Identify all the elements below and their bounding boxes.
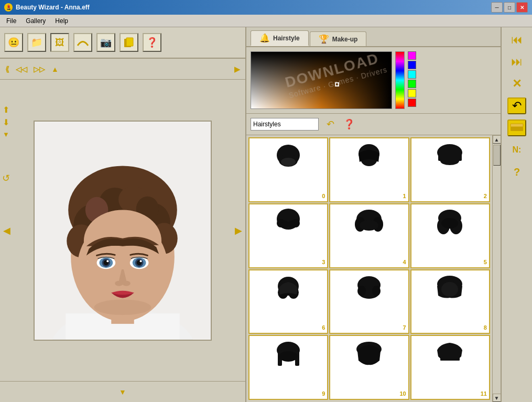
scroll-up-button[interactable]: ▲ bbox=[493, 135, 501, 144]
tab-hairstyle[interactable]: 🔔 Hairstyle bbox=[251, 30, 309, 46]
hairstyle-dropdown[interactable]: Hairstyles Short Medium Long Curly Wavy bbox=[251, 118, 319, 131]
hair-grid: 0 1 2 bbox=[246, 135, 492, 402]
scroll-down-button[interactable]: ▼ bbox=[493, 394, 501, 402]
svg-point-29 bbox=[122, 280, 131, 286]
svg-point-51 bbox=[441, 218, 458, 229]
hairstyle-7-label: 7 bbox=[403, 324, 406, 331]
prev-fast-button[interactable]: ◁◁ bbox=[16, 65, 27, 73]
far-skip-end-button[interactable]: ⏭ bbox=[507, 53, 526, 70]
far-layer-button[interactable] bbox=[507, 119, 526, 136]
template-button[interactable]: 🖼 bbox=[50, 33, 69, 52]
side-controls: ⬆ ⬇ ▼ ↺ bbox=[2, 106, 10, 183]
skip-to-start-button[interactable]: ⟪ bbox=[5, 65, 9, 73]
rotate-button[interactable]: ↺ bbox=[2, 173, 10, 183]
hairstyle-0[interactable]: 0 bbox=[248, 137, 328, 202]
svg-point-58 bbox=[372, 286, 381, 296]
svg-rect-68 bbox=[511, 124, 523, 127]
hairstyle-11-img bbox=[432, 338, 469, 372]
left-panel: 😐 📁 🖼 📷 ❓ ⟪ ◁◁ ▷▷ ▲ ▶ bbox=[0, 27, 246, 402]
bottom-nav: ▼ bbox=[0, 381, 245, 402]
svg-rect-67 bbox=[511, 127, 523, 131]
photo-next-button[interactable]: ▶ bbox=[235, 225, 242, 236]
hairstyle-4-label: 4 bbox=[403, 259, 406, 265]
photo-prev-button[interactable]: ◀ bbox=[3, 225, 10, 236]
hairstyle-tab-label: Hairstyle bbox=[273, 35, 300, 42]
hairstyle-3[interactable]: 3 bbox=[248, 203, 328, 268]
hairstyle-tab-icon: 🔔 bbox=[259, 33, 270, 43]
hairstyle-5-label: 5 bbox=[484, 259, 487, 265]
hairstyle-8-img bbox=[432, 273, 469, 307]
hairstyle-9[interactable]: 9 bbox=[248, 335, 328, 400]
hairstyle-9-label: 9 bbox=[322, 390, 325, 397]
tab-row: 🔔 Hairstyle 🏆 Make-up bbox=[246, 27, 501, 47]
nav-right-button[interactable]: ▶ bbox=[234, 65, 240, 73]
app-icon: 💄 bbox=[4, 3, 13, 12]
move-up-button[interactable]: ⬆ bbox=[3, 106, 9, 114]
hairstyle-0-label: 0 bbox=[322, 193, 325, 199]
scroll-thumb[interactable] bbox=[493, 145, 501, 166]
swatch-cyan[interactable] bbox=[408, 70, 416, 79]
title-bar: 💄 Beauty Wizard - Anna.eff ─ □ ✕ bbox=[0, 0, 532, 15]
hairstyle-5[interactable]: 5 bbox=[410, 203, 490, 268]
far-help-button[interactable]: ? bbox=[507, 164, 526, 180]
makeup-tab-icon: 🏆 bbox=[319, 34, 329, 44]
hairstyle-1[interactable]: 1 bbox=[329, 137, 409, 202]
svg-point-43 bbox=[291, 219, 300, 227]
svg-point-22 bbox=[106, 260, 108, 262]
hairstyle-10[interactable]: 10 bbox=[329, 335, 409, 400]
svg-point-47 bbox=[360, 220, 378, 231]
svg-point-33 bbox=[281, 158, 296, 166]
next-fast-button[interactable]: ▷▷ bbox=[34, 65, 45, 73]
far-undo-button[interactable]: ↶ bbox=[507, 97, 526, 114]
far-skip-start-button[interactable]: ⏮ bbox=[507, 31, 526, 48]
hairstyle-11[interactable]: 11 bbox=[410, 335, 490, 400]
swatch-magenta[interactable] bbox=[408, 51, 416, 60]
menu-help[interactable]: Help bbox=[51, 16, 72, 26]
swatch-green[interactable] bbox=[408, 80, 416, 88]
far-num-colon-button[interactable]: N: bbox=[507, 142, 526, 158]
swatch-yellow[interactable] bbox=[408, 89, 416, 97]
svg-point-64 bbox=[279, 351, 298, 362]
hairstyle-7[interactable]: 7 bbox=[329, 269, 409, 334]
face-button[interactable]: 😐 bbox=[4, 33, 23, 52]
portrait-image bbox=[35, 122, 211, 340]
hairstyle-0-img bbox=[270, 140, 307, 175]
menu-gallery[interactable]: Gallery bbox=[21, 16, 50, 26]
makeup-tab-label: Make-up bbox=[332, 36, 358, 43]
photo-area: ⬆ ⬇ ▼ ↺ ◀ bbox=[0, 80, 245, 381]
hairstyle-1-label: 1 bbox=[403, 193, 406, 199]
open-button[interactable]: 📁 bbox=[27, 33, 46, 52]
hairstyle-4-img bbox=[351, 207, 387, 241]
move-down-button[interactable]: ⬇ bbox=[3, 118, 9, 127]
nav-down-button[interactable]: ▼ bbox=[119, 388, 126, 396]
swatch-red[interactable] bbox=[408, 99, 416, 107]
hairstyle-4[interactable]: 4 bbox=[329, 203, 409, 268]
svg-rect-66 bbox=[440, 355, 460, 361]
pages-button[interactable] bbox=[120, 33, 138, 52]
camera-button[interactable]: 📷 bbox=[96, 33, 115, 52]
swatch-blue[interactable] bbox=[408, 61, 416, 69]
hairstyle-2[interactable]: 2 bbox=[410, 137, 490, 202]
tab-makeup[interactable]: 🏆 Make-up bbox=[310, 31, 367, 46]
color-hue-strip[interactable] bbox=[395, 51, 405, 109]
move-down2-button[interactable]: ▼ bbox=[3, 131, 9, 138]
minimize-button[interactable]: ─ bbox=[491, 2, 503, 13]
close-button[interactable]: ✕ bbox=[516, 2, 528, 13]
main-container: 😐 📁 🖼 📷 ❓ ⟪ ◁◁ ▷▷ ▲ ▶ bbox=[0, 27, 532, 402]
help-toolbar-button[interactable]: ❓ bbox=[143, 33, 161, 52]
hairstyle-3-img bbox=[270, 207, 307, 241]
color-gradient[interactable] bbox=[251, 51, 392, 109]
maximize-button[interactable]: □ bbox=[504, 2, 515, 13]
hairstyle-6-img bbox=[270, 273, 307, 307]
menu-file[interactable]: File bbox=[2, 16, 20, 26]
hairstyle-8[interactable]: 8 bbox=[410, 269, 490, 334]
hairstyle-6[interactable]: 6 bbox=[248, 269, 328, 334]
hairstyle-2-img bbox=[432, 140, 469, 175]
undo-button[interactable]: ↶ bbox=[323, 117, 338, 132]
far-close-button[interactable]: ✕ bbox=[507, 75, 526, 92]
color-swatches bbox=[408, 51, 416, 109]
nav-up-button[interactable]: ▲ bbox=[51, 65, 59, 73]
controls-help-button[interactable]: ❓ bbox=[342, 117, 356, 132]
hairstyle-1-img bbox=[351, 140, 387, 175]
arch-button[interactable] bbox=[73, 33, 92, 52]
